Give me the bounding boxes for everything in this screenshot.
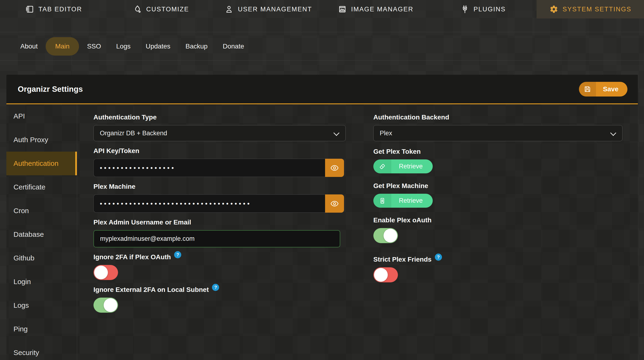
ignore-2fa-toggle[interactable] bbox=[94, 265, 118, 280]
topnav-label: TAB EDITOR bbox=[38, 6, 82, 13]
panel-header: Organizr Settings Save bbox=[6, 75, 638, 104]
get-plex-machine-label: Get Plex Machine bbox=[373, 182, 622, 190]
sidebar-item-api[interactable]: API bbox=[6, 104, 77, 128]
plex-machine-label: Plex Machine bbox=[94, 182, 346, 191]
eye-icon bbox=[330, 200, 339, 208]
help-icon[interactable]: ? bbox=[174, 251, 181, 258]
plug-icon bbox=[460, 5, 470, 14]
auth-backend-label: Authentication Backend bbox=[373, 113, 622, 121]
gear-icon bbox=[549, 5, 558, 14]
settings-sidebar: API Auth Proxy Authentication Certificat… bbox=[6, 104, 77, 360]
subnav-item-backup[interactable]: Backup bbox=[178, 37, 214, 56]
toggle-knob bbox=[104, 298, 117, 312]
ignore-2fa-label: Ignore 2FA if Plex OAuth ? bbox=[94, 253, 346, 261]
subnav-item-updates[interactable]: Updates bbox=[139, 37, 178, 56]
help-icon[interactable]: ? bbox=[435, 254, 442, 261]
authentication-form: Authentication Type Organizr DB + Backen… bbox=[77, 104, 638, 360]
save-button-label: Save bbox=[596, 82, 628, 96]
sidebar-item-login[interactable]: Login bbox=[6, 270, 77, 294]
topnav-label: PLUGINS bbox=[474, 6, 506, 13]
subnav-item-logs[interactable]: Logs bbox=[109, 37, 138, 56]
plex-machine-row bbox=[94, 194, 344, 213]
form-right-column: Authentication Backend Plex Get Plex Tok… bbox=[373, 113, 622, 318]
topnav-label: SYSTEM SETTINGS bbox=[562, 6, 632, 13]
save-button[interactable]: Save bbox=[579, 82, 628, 96]
retrieve-plex-machine-button[interactable]: Retrieve bbox=[373, 194, 433, 208]
topnav-label: IMAGE MANAGER bbox=[351, 6, 414, 13]
topnav-item-plugins[interactable]: PLUGINS bbox=[430, 0, 537, 18]
subnav-item-sso[interactable]: SSO bbox=[80, 37, 108, 56]
floppy-icon bbox=[579, 82, 596, 96]
organizr-app: TAB EDITOR CUSTOMIZE USER MANAGEMENT IMA… bbox=[0, 0, 644, 360]
api-key-input[interactable] bbox=[94, 159, 325, 177]
image-icon bbox=[338, 5, 347, 14]
panel-body: API Auth Proxy Authentication Certificat… bbox=[6, 104, 638, 360]
auth-type-select-wrap: Organizr DB + Backend bbox=[94, 125, 346, 141]
plex-admin-input[interactable] bbox=[94, 230, 340, 248]
sidebar-item-github[interactable]: Github bbox=[6, 246, 77, 270]
ticket-icon bbox=[373, 160, 391, 174]
ignore-external-2fa-label: Ignore External 2FA on Local Subnet ? bbox=[94, 286, 346, 294]
id-badge-icon bbox=[373, 194, 391, 208]
topnav-item-user-management[interactable]: USER MANAGEMENT bbox=[214, 0, 322, 18]
strict-plex-friends-label: Strict Plex Friends ? bbox=[373, 256, 622, 264]
sidebar-item-authentication[interactable]: Authentication bbox=[6, 152, 77, 175]
topnav-item-image-manager[interactable]: IMAGE MANAGER bbox=[322, 0, 430, 18]
topnav-label: USER MANAGEMENT bbox=[238, 6, 312, 13]
user-icon bbox=[224, 5, 234, 14]
subnav-item-about[interactable]: About bbox=[13, 37, 45, 56]
organizr-settings-panel: Organizr Settings Save API Auth Proxy Au… bbox=[6, 75, 638, 360]
sidebar-item-certificate[interactable]: Certificate bbox=[6, 175, 77, 199]
get-plex-token-label: Get Plex Token bbox=[373, 148, 622, 156]
enable-plex-oauth-toggle[interactable] bbox=[373, 228, 398, 243]
auth-backend-select-wrap: Plex bbox=[373, 125, 622, 141]
plex-machine-input[interactable] bbox=[94, 194, 325, 213]
toggle-knob bbox=[384, 229, 397, 242]
retrieve-button-label: Retrieve bbox=[391, 194, 433, 208]
topnav-item-tab-editor[interactable]: TAB EDITOR bbox=[0, 0, 108, 18]
retrieve-button-label: Retrieve bbox=[391, 160, 433, 174]
topnav-label: CUSTOMIZE bbox=[146, 6, 189, 13]
api-key-reveal-button[interactable] bbox=[325, 159, 344, 177]
auth-type-label: Authentication Type bbox=[94, 113, 346, 121]
sidebar-item-logs[interactable]: Logs bbox=[6, 294, 77, 317]
api-key-row bbox=[94, 159, 344, 177]
retrieve-plex-token-button[interactable]: Retrieve bbox=[373, 160, 433, 174]
sidebar-item-database[interactable]: Database bbox=[6, 222, 77, 246]
topnav-item-customize[interactable]: CUSTOMIZE bbox=[108, 0, 215, 18]
customize-icon bbox=[133, 5, 142, 14]
top-navigation: TAB EDITOR CUSTOMIZE USER MANAGEMENT IMA… bbox=[0, 0, 644, 18]
strict-plex-friends-toggle[interactable] bbox=[373, 267, 398, 282]
sidebar-item-ping[interactable]: Ping bbox=[6, 317, 77, 341]
topnav-item-system-settings[interactable]: SYSTEM SETTINGS bbox=[536, 0, 644, 18]
form-left-column: Authentication Type Organizr DB + Backen… bbox=[94, 113, 346, 318]
page-title: Organizr Settings bbox=[18, 85, 83, 94]
api-key-label: API Key/Token bbox=[94, 147, 346, 155]
subnav-item-donate[interactable]: Donate bbox=[216, 37, 251, 56]
sidebar-item-security[interactable]: Security bbox=[6, 341, 77, 360]
subnav-item-main[interactable]: Main bbox=[46, 37, 79, 56]
eye-icon bbox=[330, 164, 339, 172]
auth-backend-select[interactable]: Plex bbox=[373, 125, 622, 141]
toggle-knob bbox=[374, 268, 388, 282]
sidebar-item-auth-proxy[interactable]: Auth Proxy bbox=[6, 128, 77, 152]
auth-type-select[interactable]: Organizr DB + Backend bbox=[94, 125, 346, 141]
enable-plex-oauth-label: Enable Plex oAuth bbox=[373, 216, 622, 224]
plex-admin-label: Plex Admin Username or Email bbox=[94, 218, 346, 226]
plex-machine-reveal-button[interactable] bbox=[325, 194, 344, 213]
toggle-knob bbox=[94, 266, 108, 279]
ignore-external-2fa-toggle[interactable] bbox=[94, 298, 118, 313]
settings-sub-navigation: About Main SSO Logs Updates Backup Donat… bbox=[0, 32, 644, 60]
tab-editor-icon bbox=[25, 5, 34, 14]
help-icon[interactable]: ? bbox=[212, 284, 219, 291]
sidebar-item-cron[interactable]: Cron bbox=[6, 199, 77, 222]
